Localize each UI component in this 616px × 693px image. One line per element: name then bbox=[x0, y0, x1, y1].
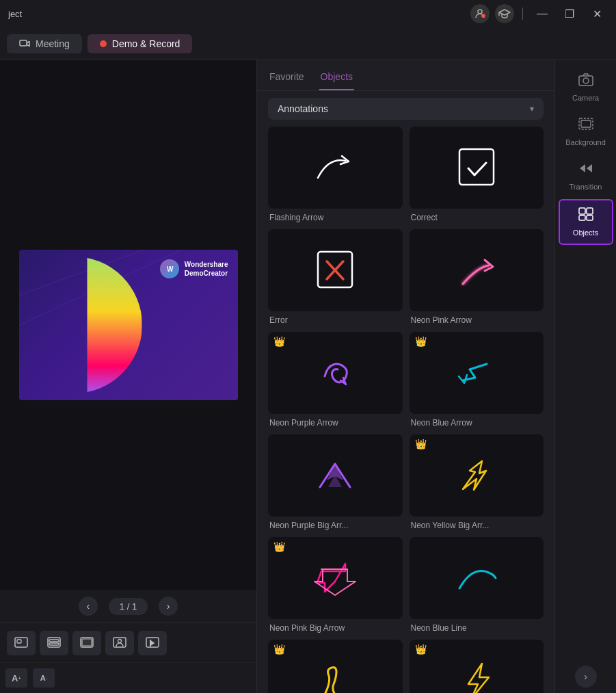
tab-favorite[interactable]: Favorite bbox=[268, 67, 306, 90]
transition-icon bbox=[578, 161, 593, 179]
maximize-button[interactable]: ❐ bbox=[559, 3, 580, 25]
object-thumb-neon-blue-arrow: 👑 bbox=[410, 332, 544, 414]
svg-point-0 bbox=[478, 10, 482, 14]
divider bbox=[522, 8, 523, 20]
prev-page-button[interactable]: ‹ bbox=[79, 597, 98, 616]
svg-rect-22 bbox=[581, 120, 591, 127]
object-label-correct: Correct bbox=[410, 213, 544, 222]
app-title: ject bbox=[8, 9, 22, 19]
object-thumb-partial-2: 👑 bbox=[410, 640, 544, 693]
font-controls: A+ A- bbox=[0, 662, 256, 693]
transition-label: Transition bbox=[570, 183, 602, 191]
object-thumb-correct bbox=[410, 127, 544, 209]
object-item-neon-blue-line[interactable]: Neon Blue Line bbox=[410, 537, 544, 633]
avatar-tool[interactable] bbox=[105, 631, 134, 655]
top-navigation: Meeting Demo & Record bbox=[0, 27, 616, 60]
object-thumb-error bbox=[268, 229, 403, 311]
camera-label: Camera bbox=[572, 94, 599, 102]
objects-label: Objects bbox=[573, 228, 598, 237]
user-icon[interactable]: ! bbox=[470, 4, 490, 23]
meeting-icon bbox=[19, 38, 30, 49]
sidebar-item-background[interactable]: Background bbox=[559, 110, 613, 153]
object-label-neon-blue-arrow: Neon Blue Arrow bbox=[410, 418, 544, 428]
far-right-sidebar: Camera Background Transition bbox=[554, 60, 616, 693]
svg-rect-23 bbox=[579, 208, 585, 214]
object-item-neon-purple-arrow[interactable]: 👑 Neon Purple Arrow bbox=[268, 332, 403, 428]
object-label-neon-blue-line: Neon Blue Line bbox=[410, 623, 544, 633]
brand-logo-text: WondershareDemoCreator bbox=[185, 260, 228, 278]
page-indicator: 1 / 1 bbox=[109, 598, 148, 615]
window-controls: ! — ❐ ✕ bbox=[470, 3, 608, 25]
premium-crown-icon: 👑 bbox=[273, 541, 285, 552]
dropdown-arrow-icon: ▾ bbox=[530, 104, 534, 114]
object-label-flashing-arrow: Flashing Arrow bbox=[268, 213, 403, 222]
premium-crown-icon: 👑 bbox=[273, 644, 285, 655]
category-dropdown[interactable]: Annotations ▾ bbox=[268, 98, 544, 120]
tab-bar: Favorite Objects bbox=[257, 60, 554, 91]
object-thumb-neon-pink-big-arrow: 👑 bbox=[268, 537, 403, 619]
background-label: Background bbox=[565, 138, 606, 146]
minimize-button[interactable]: — bbox=[531, 3, 553, 25]
record-indicator bbox=[100, 40, 107, 47]
object-label-neon-purple-arrow: Neon Purple Arrow bbox=[268, 418, 403, 428]
object-item-neon-pink-big-arrow[interactable]: 👑 Neon Pink Big Arrow bbox=[268, 537, 403, 633]
brand-logo-icon: W bbox=[160, 259, 179, 278]
preview-panel: W WondershareDemoCreator ‹ 1 / 1 › bbox=[0, 60, 256, 693]
main-layout: W WondershareDemoCreator ‹ 1 / 1 › bbox=[0, 60, 616, 693]
sidebar-item-objects[interactable]: Objects bbox=[559, 199, 613, 245]
object-item-correct[interactable]: Correct bbox=[410, 127, 544, 222]
sidebar-expand-button[interactable]: › bbox=[575, 666, 597, 688]
layout-tool-2[interactable] bbox=[40, 631, 68, 655]
cap-icon[interactable] bbox=[495, 4, 514, 23]
object-item-partial-1[interactable]: 👑 bbox=[268, 640, 403, 693]
object-label-error: Error bbox=[268, 315, 403, 325]
bottom-toolbar bbox=[0, 623, 256, 662]
object-item-neon-purple-big-arrow[interactable]: Neon Purple Big Arr... bbox=[268, 434, 403, 530]
logo-area: W WondershareDemoCreator bbox=[160, 259, 228, 278]
premium-crown-icon: 👑 bbox=[273, 336, 285, 347]
object-label-neon-pink-big-arrow: Neon Pink Big Arrow bbox=[268, 623, 403, 633]
svg-rect-15 bbox=[459, 149, 494, 185]
next-page-button[interactable]: › bbox=[159, 597, 178, 616]
svg-text:!: ! bbox=[483, 14, 483, 18]
object-thumb-neon-blue-line bbox=[410, 537, 544, 619]
preview-slide: W WondershareDemoCreator bbox=[19, 250, 238, 400]
svg-rect-25 bbox=[579, 215, 585, 220]
layout-tool-3[interactable] bbox=[72, 631, 101, 655]
category-dropdown-row: Annotations ▾ bbox=[257, 91, 554, 127]
meeting-button[interactable]: Meeting bbox=[7, 34, 82, 53]
decrease-font-button[interactable]: A- bbox=[33, 668, 55, 688]
object-thumb-neon-purple-big-arrow bbox=[268, 434, 403, 517]
tab-objects[interactable]: Objects bbox=[319, 67, 354, 90]
object-item-neon-yellow-big-arrow[interactable]: 👑 Neon Yellow Big Arr... bbox=[410, 434, 544, 530]
object-item-partial-2[interactable]: 👑 bbox=[410, 640, 544, 693]
sidebar-item-camera[interactable]: Camera bbox=[559, 66, 613, 109]
object-label-neon-purple-big-arrow: Neon Purple Big Arr... bbox=[268, 521, 403, 530]
svg-rect-26 bbox=[587, 215, 593, 220]
increase-font-button[interactable]: A+ bbox=[5, 668, 27, 688]
svg-rect-3 bbox=[20, 40, 27, 46]
object-item-flashing-arrow[interactable]: Flashing Arrow bbox=[268, 127, 403, 222]
object-item-neon-pink-arrow[interactable]: Neon Pink Arrow bbox=[410, 229, 544, 325]
preview-area: W WondershareDemoCreator bbox=[0, 60, 256, 590]
svg-rect-6 bbox=[17, 640, 21, 643]
demo-record-button[interactable]: Demo & Record bbox=[88, 34, 193, 53]
object-thumb-neon-pink-arrow bbox=[410, 229, 544, 311]
object-thumb-neon-purple-arrow: 👑 bbox=[268, 332, 403, 414]
object-item-neon-blue-arrow[interactable]: 👑 Neon Blue Arrow bbox=[410, 332, 544, 428]
objects-grid: Flashing Arrow Correct bbox=[257, 127, 554, 693]
layout-tool-1[interactable] bbox=[7, 631, 36, 655]
premium-crown-icon: 👑 bbox=[415, 644, 427, 655]
object-thumb-partial-1: 👑 bbox=[268, 640, 403, 693]
premium-crown-icon: 👑 bbox=[415, 336, 427, 347]
svg-rect-9 bbox=[49, 643, 59, 645]
objects-panel: Favorite Objects Annotations ▾ Flashing … bbox=[256, 60, 554, 693]
record-tool[interactable] bbox=[138, 631, 167, 655]
sidebar-item-transition[interactable]: Transition bbox=[559, 155, 613, 198]
object-item-error[interactable]: Error bbox=[268, 229, 403, 325]
object-label-neon-pink-arrow: Neon Pink Arrow bbox=[410, 315, 544, 325]
svg-rect-8 bbox=[49, 640, 59, 642]
svg-point-13 bbox=[118, 639, 122, 642]
object-thumb-flashing-arrow bbox=[268, 127, 403, 209]
close-button[interactable]: ✕ bbox=[586, 3, 608, 25]
